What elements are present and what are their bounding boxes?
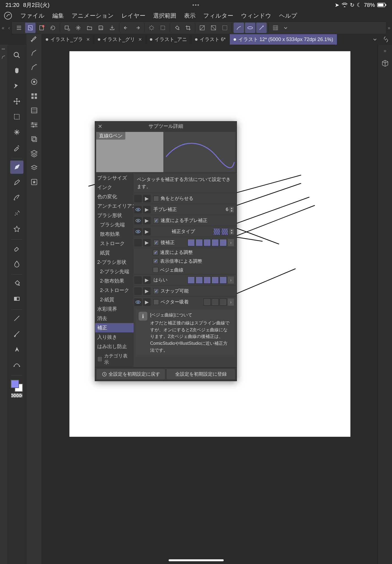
rotate-icon[interactable] <box>48 23 58 33</box>
menu-hamburger-icon[interactable] <box>14 23 24 33</box>
bezier-checkbox[interactable] <box>153 267 158 273</box>
transparent-swatch[interactable] <box>11 394 22 397</box>
subtool-pen2-icon[interactable] <box>29 62 39 73</box>
eraser-tool-icon[interactable] <box>10 242 23 255</box>
cat-brush-tip[interactable]: ブラシ先端 <box>95 220 134 229</box>
tab-2[interactable]: イラスト_アニ <box>146 34 191 45</box>
redo-icon[interactable] <box>132 23 143 33</box>
mini-brush-icon[interactable] <box>1 55 6 59</box>
mini-handle-icon[interactable] <box>1 47 6 52</box>
level-3[interactable] <box>204 239 211 246</box>
cube-icon[interactable] <box>380 59 390 68</box>
subtool-layers2-icon[interactable] <box>29 162 39 173</box>
stabilization-value[interactable]: 6 <box>226 207 228 212</box>
left-expand-icon[interactable]: « <box>0 25 6 31</box>
vector-checkbox[interactable] <box>153 299 159 305</box>
menu-window[interactable]: ウィンドウ <box>241 12 271 20</box>
selection-icon[interactable] <box>220 23 230 33</box>
gradient-icon[interactable] <box>197 23 207 33</box>
fg-color[interactable] <box>11 380 19 388</box>
cat-brush-tip2[interactable]: 2-ブラシ先端 <box>95 267 134 276</box>
brush-mode-icon[interactable] <box>245 23 255 33</box>
cat-ink[interactable]: インク <box>95 183 134 192</box>
marquee-icon[interactable] <box>158 23 168 33</box>
expand-toggle-icon[interactable]: ▶ <box>143 298 151 306</box>
subtool-stack-icon[interactable] <box>29 134 39 144</box>
cat-spray2[interactable]: 2-散布効果 <box>95 276 134 286</box>
show-toggle[interactable] <box>134 276 142 284</box>
expand-toggle-icon[interactable]: ▶ <box>143 217 151 224</box>
sparkle-icon[interactable] <box>73 23 83 33</box>
app-logo-icon[interactable] <box>3 11 13 20</box>
spin-down-icon[interactable]: ▼ <box>229 210 234 212</box>
sharpen-checkbox[interactable] <box>153 196 159 201</box>
cat-watercolor[interactable]: 水彩境界 <box>95 304 134 314</box>
subtool-target-icon[interactable] <box>29 77 39 87</box>
speed-stab-checkbox[interactable] <box>153 218 159 223</box>
crop-icon[interactable] <box>183 23 193 33</box>
expand-toggle-icon[interactable]: ▶ <box>143 195 151 202</box>
more-icon[interactable]: › <box>228 276 234 284</box>
marquee-tool-icon[interactable] <box>10 110 23 123</box>
expand-toggle-icon[interactable]: ▶ <box>143 206 151 213</box>
cat-erase[interactable]: 消去 <box>95 314 134 323</box>
tone-icon[interactable] <box>208 23 219 33</box>
level-5[interactable] <box>220 239 227 246</box>
pencil-tool-icon[interactable] <box>10 176 23 189</box>
subtool-grid-icon[interactable] <box>29 91 39 101</box>
eye-toggle-icon[interactable] <box>134 217 142 224</box>
menu-layer[interactable]: レイヤー <box>121 12 145 20</box>
register-defaults-button[interactable]: 全設定を初期設定に登録 <box>167 369 235 379</box>
taper-4[interactable] <box>212 276 219 284</box>
eye-toggle-icon[interactable] <box>134 298 142 306</box>
expand-toggle-icon[interactable]: ▶ <box>143 287 151 295</box>
menu-help[interactable]: ヘルプ <box>279 12 297 20</box>
brush-tool-icon[interactable] <box>10 191 23 205</box>
toolbar-expand-icon[interactable] <box>283 25 289 31</box>
decoration-tool-icon[interactable] <box>10 222 23 235</box>
open-folder-icon[interactable] <box>84 23 95 33</box>
object-tool-icon[interactable] <box>10 79 23 93</box>
cat-brush-shape2[interactable]: 2-ブラシ形状 <box>95 257 134 267</box>
menu-filter[interactable]: フィルター <box>203 12 233 20</box>
cat-color-change[interactable]: 色の変化 <box>95 192 134 201</box>
airbrush-tool-icon[interactable] <box>10 207 23 220</box>
menu-file[interactable]: ファイル <box>20 12 45 20</box>
eye-toggle-icon[interactable] <box>134 228 142 235</box>
level-4[interactable] <box>212 239 219 246</box>
cat-paper2[interactable]: 2-紙質 <box>95 295 134 304</box>
pencil-mode-icon[interactable] <box>256 23 267 33</box>
adjust-zoom-checkbox[interactable] <box>153 258 158 264</box>
show-toggle[interactable] <box>134 195 142 202</box>
type-option-2[interactable] <box>221 228 228 235</box>
new-doc-icon[interactable] <box>25 23 36 33</box>
menu-edit[interactable]: 編集 <box>52 12 64 20</box>
post-corr-checkbox[interactable] <box>153 240 159 245</box>
taper-5[interactable] <box>220 276 227 284</box>
cat-brush-shape[interactable]: ブラシ形状 <box>95 211 134 220</box>
vm-1[interactable] <box>204 299 211 306</box>
category-show-checkbox[interactable] <box>97 356 102 362</box>
cat-correction[interactable]: 補正 <box>95 323 134 332</box>
cat-brush-size[interactable]: ブラシサイズ <box>95 173 134 183</box>
export-icon[interactable] <box>107 23 117 33</box>
expand-toggle-icon[interactable]: ▶ <box>143 276 151 284</box>
multitask-dots-icon[interactable]: ••• <box>192 2 200 8</box>
hand-tool-icon[interactable] <box>10 64 23 77</box>
subtool-layers-icon[interactable] <box>29 148 39 159</box>
close-icon[interactable]: ✕ <box>86 37 90 42</box>
subtool-film-icon[interactable] <box>29 105 39 116</box>
type-option-1[interactable] <box>213 228 220 235</box>
save-icon[interactable] <box>96 23 106 33</box>
cat-stroke[interactable]: ストローク <box>95 239 134 248</box>
menu-selection[interactable]: 選択範囲 <box>153 12 176 20</box>
subtool-pen-top-icon[interactable] <box>29 34 39 45</box>
new-layer-icon[interactable] <box>62 23 72 33</box>
pen-tool-icon[interactable] <box>10 161 23 174</box>
level-1[interactable] <box>188 239 195 246</box>
close-icon[interactable]: ✕ <box>138 37 142 42</box>
cat-taper[interactable]: 入り抜き <box>95 332 134 342</box>
taper-2[interactable] <box>196 276 203 284</box>
home-indicator[interactable] <box>169 559 224 561</box>
expand-toggle-icon[interactable]: ▶ <box>143 228 151 235</box>
